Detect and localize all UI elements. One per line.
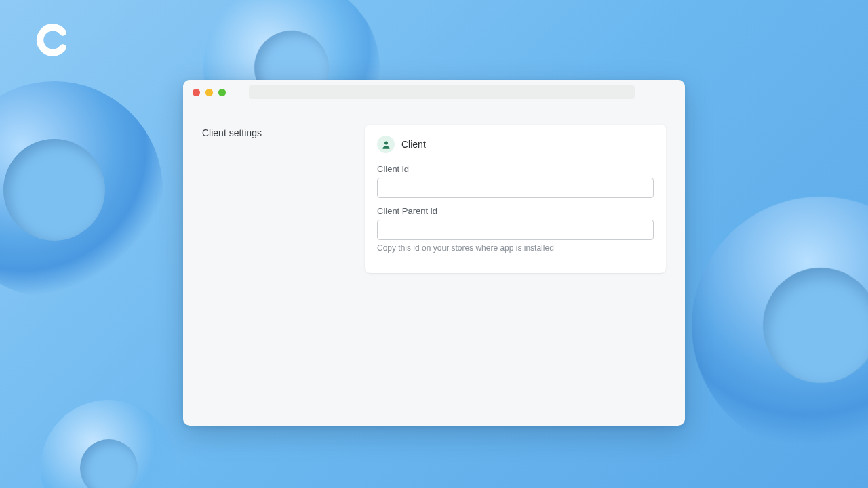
card-header: Client [377, 136, 654, 153]
window-close-icon[interactable] [193, 89, 200, 96]
window-titlebar [183, 80, 685, 104]
bg-shape [0, 81, 163, 298]
client-parent-id-label: Client Parent id [377, 206, 654, 216]
window-maximize-icon[interactable] [218, 89, 226, 96]
bg-shape [41, 400, 176, 488]
client-parent-id-helper: Copy this id on your stores where app is… [377, 243, 654, 253]
client-parent-id-field: Client Parent id Copy this id on your st… [377, 206, 654, 253]
client-id-input[interactable] [377, 178, 654, 198]
brand-logo [33, 20, 72, 60]
sidebar-title: Client settings [202, 127, 353, 138]
app-window: Client settings Client Client id Client … [183, 80, 685, 426]
client-id-label: Client id [377, 164, 654, 174]
window-content: Client settings Client Client id Client … [183, 104, 685, 293]
window-minimize-icon[interactable] [205, 89, 213, 96]
address-bar[interactable] [249, 85, 635, 99]
person-icon [377, 136, 395, 153]
client-id-field: Client id [377, 164, 654, 198]
sidebar: Client settings [202, 125, 353, 273]
card-title: Client [401, 139, 426, 150]
client-card: Client Client id Client Parent id Copy t… [365, 125, 666, 273]
svg-point-0 [384, 141, 388, 144]
client-parent-id-input[interactable] [377, 220, 654, 240]
